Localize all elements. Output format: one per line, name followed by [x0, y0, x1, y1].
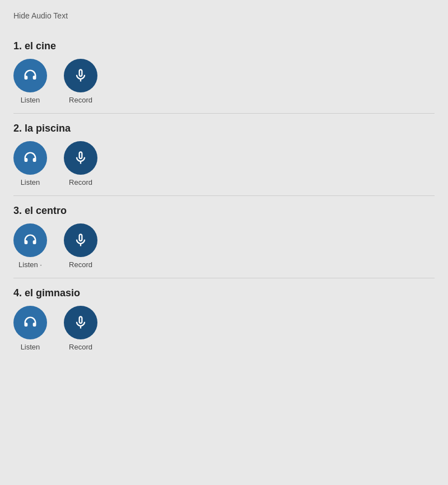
record-button-2[interactable] [64, 141, 97, 175]
record-label-1: Record [69, 96, 92, 104]
record-label-3: Record [69, 260, 92, 269]
record-group-1: Record [64, 59, 97, 104]
mic-icon-1 [73, 68, 88, 83]
vocab-item-1-header: 1. el cine [13, 31, 435, 52]
record-label-4: Record [69, 343, 92, 351]
mic-icon-3 [73, 232, 88, 248]
record-button-4[interactable] [64, 306, 97, 339]
listen-group-3: Listen · [13, 223, 47, 269]
record-group-4: Record [64, 306, 97, 351]
page-container: Hide Audio Text 1. el cine Listen [0, 0, 448, 369]
record-label-2: Record [69, 178, 92, 186]
record-button-3[interactable] [64, 223, 97, 257]
mic-icon-2 [73, 150, 88, 166]
listen-button-4[interactable] [13, 306, 47, 339]
vocab-item-4-header: 4. el gimnasio [13, 278, 435, 299]
headphone-icon-2 [22, 150, 38, 166]
headphone-icon-1 [22, 68, 38, 83]
record-group-3: Record [64, 223, 97, 269]
vocab-item-2-header: 2. la piscina [13, 114, 435, 134]
vocab-item-2: 2. la piscina Listen Record [13, 114, 435, 196]
record-button-1[interactable] [64, 59, 97, 92]
listen-button-3[interactable] [13, 223, 47, 257]
hide-audio-label: Hide Audio Text [13, 11, 68, 20]
vocab-item-1-buttons: Listen Record [13, 59, 435, 104]
mic-icon-4 [73, 315, 88, 330]
listen-group-2: Listen [13, 141, 47, 186]
listen-label-1: Listen [21, 96, 40, 104]
headphone-icon-4 [22, 315, 38, 330]
listen-label-3: Listen · [18, 260, 42, 269]
vocab-item-2-buttons: Listen Record [13, 141, 435, 186]
vocab-item-1: 1. el cine Listen Record [13, 31, 435, 114]
listen-group-1: Listen [13, 59, 47, 104]
listen-group-4: Listen [13, 306, 47, 351]
vocab-item-3-header: 3. el centro [13, 196, 435, 217]
listen-button-1[interactable] [13, 59, 47, 92]
vocab-item-3: 3. el centro Listen · Record [13, 196, 435, 278]
record-group-2: Record [64, 141, 97, 186]
vocab-item-4-buttons: Listen Record [13, 306, 435, 351]
hide-audio-button[interactable]: Hide Audio Text [13, 9, 68, 22]
listen-label-4: Listen [21, 343, 40, 351]
listen-label-2: Listen [21, 178, 40, 186]
vocab-item-3-buttons: Listen · Record [13, 223, 435, 269]
headphone-icon-3 [22, 232, 38, 248]
listen-button-2[interactable] [13, 141, 47, 175]
vocab-item-4: 4. el gimnasio Listen Record [13, 278, 435, 351]
